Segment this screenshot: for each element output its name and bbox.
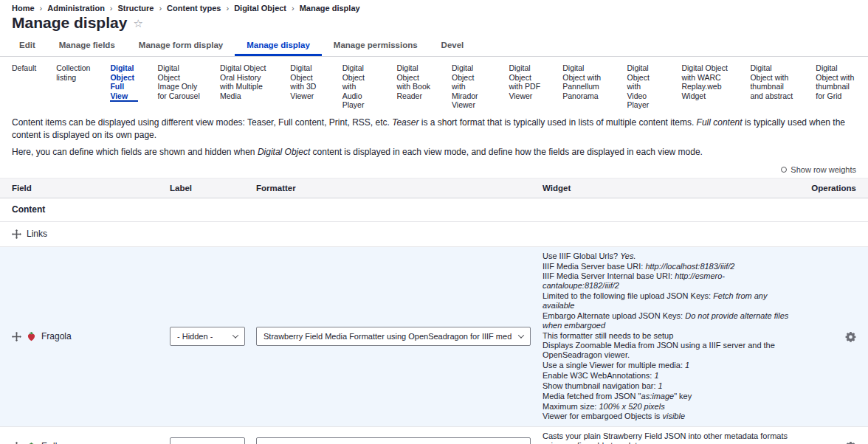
field-cell: Fragola (12, 331, 170, 342)
breadcrumb-link[interactable]: Home (12, 4, 35, 13)
breadcrumb-item: Administration › (47, 4, 112, 13)
view-mode-tab[interactable]: Default (12, 63, 36, 73)
breadcrumb: Home › Administration › Structure › Cont… (0, 0, 868, 13)
primary-tab[interactable]: Edit (7, 35, 47, 56)
page-description: Content items can be displayed using dif… (0, 110, 868, 159)
strawberry-icon (27, 331, 36, 341)
breadcrumb-link[interactable]: Manage display (300, 4, 360, 13)
field-cell: Links (12, 229, 170, 240)
chevron-down-icon (518, 333, 524, 339)
gear-icon[interactable] (845, 441, 856, 444)
table-row: Links (0, 222, 868, 247)
gear-icon[interactable] (845, 331, 856, 342)
field-name: Erdbeere (41, 441, 78, 444)
formatter-select[interactable]: Strawberry Field Formatter for Custom Me… (256, 437, 531, 444)
breadcrumb-item: Digital Object › (234, 4, 294, 13)
page-title: Manage display (12, 14, 127, 32)
view-mode-tab[interactable]: Digital Object with Pannellum Panorama (562, 63, 607, 100)
column-header-operations: Operations (805, 184, 856, 192)
row-weights-icon (781, 167, 787, 173)
breadcrumb-separator-icon: › (226, 4, 229, 13)
column-header-field: Field (12, 184, 170, 192)
strawberry-icon (27, 442, 36, 444)
widget-summary: Use IIIF Global Urls? Yes.IIIF Media Ser… (542, 247, 805, 427)
column-header-label: Label (170, 184, 256, 192)
view-mode-tab[interactable]: Digital Object with WARC Replay.web Widg… (681, 63, 730, 100)
formatter-cell: Strawberry Field Formatter for Custom Me… (256, 437, 542, 444)
view-mode-tab[interactable]: Digital Object with Video Player (627, 63, 662, 110)
view-mode-tab[interactable]: Digital Object with thumbnail for Grid (816, 63, 856, 100)
primary-tabs: EditManage fieldsManage form displayMana… (0, 35, 868, 57)
description-paragraph: Here, you can define which fields are sh… (12, 146, 856, 159)
primary-tab[interactable]: Devel (430, 35, 476, 56)
breadcrumb-separator-icon: › (40, 4, 43, 13)
breadcrumb-item: Home › (12, 4, 42, 13)
operations-cell (805, 331, 856, 342)
breadcrumb-link[interactable]: Administration (47, 4, 105, 13)
breadcrumb-link[interactable]: Digital Object (234, 4, 286, 13)
breadcrumb-link[interactable]: Structure (118, 4, 154, 13)
view-mode-tab[interactable]: Digital Object Oral History with Multipl… (220, 63, 270, 100)
title-row: Manage display ☆ (0, 13, 868, 35)
breadcrumb-item: Structure › (118, 4, 162, 13)
formatter-select[interactable]: Strawberry Field Media Formatter using O… (256, 327, 531, 346)
primary-tab[interactable]: Manage fields (47, 35, 127, 56)
breadcrumb-item: Manage display › (300, 4, 360, 13)
label-cell: - Hidden - (170, 437, 256, 444)
field-name: Fragola (41, 331, 72, 342)
section-row-content: Content (0, 198, 868, 222)
breadcrumb-item: Content types › (167, 4, 229, 13)
view-mode-tab[interactable]: Digital Object with Mirador Viewer (452, 63, 489, 110)
drag-handle-icon[interactable] (12, 229, 21, 239)
table-row: Erdbeere - Hidden - Strawberry Field For… (0, 427, 868, 444)
table-row: Fragola - Hidden - Strawberry Field Medi… (0, 247, 868, 428)
view-mode-tab[interactable]: Digital Object with Audio Player (342, 63, 377, 110)
view-mode-tab[interactable]: Collection listing (56, 63, 90, 82)
breadcrumb-separator-icon: › (110, 4, 113, 13)
field-cell: Erdbeere (12, 441, 170, 444)
section-title: Content (12, 204, 170, 215)
view-mode-tab[interactable]: Digital Object Full View (110, 63, 137, 102)
select-value: Strawberry Field Media Formatter using O… (264, 332, 512, 341)
chevron-down-icon (232, 333, 238, 339)
view-mode-tab[interactable]: Digital Object with Book Reader (396, 63, 432, 100)
column-header-widget: Widget (542, 184, 805, 192)
show-row-weights-link[interactable]: Show row weights (790, 165, 856, 174)
breadcrumb-separator-icon: › (292, 4, 294, 13)
label-select[interactable]: - Hidden - (170, 437, 245, 444)
view-mode-tab[interactable]: Digital Object Image Only for Carousel (158, 63, 200, 100)
column-header-formatter: Formatter (256, 184, 542, 192)
drag-handle-icon[interactable] (12, 332, 21, 341)
select-value: - Hidden - (177, 332, 213, 341)
widget-summary: Casts your plain Strawberry Field JSON i… (542, 427, 805, 444)
description-paragraph: Content items can be displayed using dif… (12, 117, 856, 141)
formatter-cell: Strawberry Field Media Formatter using O… (256, 327, 542, 346)
breadcrumb-separator-icon: › (159, 4, 162, 13)
view-mode-tab[interactable]: Digital Object with PDF Viewer (509, 63, 542, 100)
show-row-weights: Show row weights (0, 164, 868, 178)
view-mode-tab[interactable]: Digital Object with thumbnail and abstra… (750, 63, 796, 100)
field-name: Links (27, 229, 47, 240)
label-cell: - Hidden - (170, 327, 256, 346)
view-mode-tab[interactable]: Digital Object with 3D Viewer (290, 63, 322, 100)
operations-cell (805, 441, 856, 444)
table-header: Field Label Formatter Widget Operations (0, 178, 868, 198)
primary-tab[interactable]: Manage permissions (322, 35, 430, 56)
primary-tab[interactable]: Manage form display (127, 35, 235, 56)
primary-tab[interactable]: Manage display (235, 35, 322, 56)
star-icon[interactable]: ☆ (133, 18, 142, 29)
view-mode-tabs: DefaultCollection listingDigital Object … (0, 57, 868, 110)
label-select[interactable]: - Hidden - (170, 327, 245, 346)
breadcrumb-link[interactable]: Content types (167, 4, 221, 13)
